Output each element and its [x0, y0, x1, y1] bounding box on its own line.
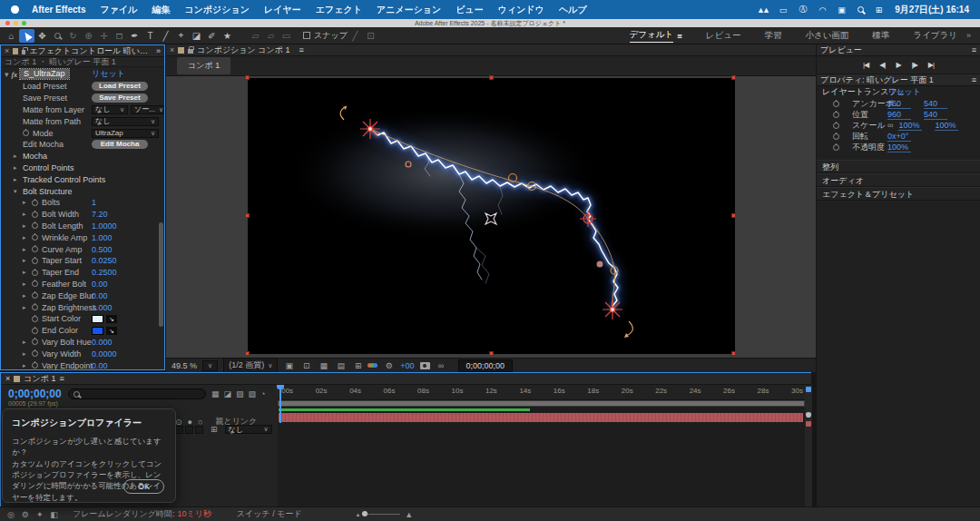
spotlight-search-icon[interactable]: [858, 6, 864, 13]
frame-blending-icon[interactable]: ▧: [249, 389, 257, 398]
transport-button[interactable]: |◀: [863, 61, 868, 69]
fast-previews-gear-icon[interactable]: ⚙: [383, 361, 395, 370]
twirl-icon[interactable]: ▸: [23, 199, 32, 206]
twirl-icon[interactable]: ▸: [14, 152, 23, 160]
menu-item[interactable]: ウィンドウ: [498, 4, 544, 16]
color-swatch[interactable]: [92, 327, 103, 335]
workspace-overflow-icon[interactable]: »: [966, 31, 971, 40]
twirl-icon[interactable]: ▸: [23, 280, 32, 288]
display-icon[interactable]: ▭: [779, 5, 788, 15]
stopwatch-icon[interactable]: [833, 123, 839, 129]
menu-bar-clock[interactable]: 9月27日(土) 16:14: [895, 4, 969, 16]
property-value[interactable]: 7.20: [92, 210, 108, 219]
input-source-icon[interactable]: Ⓐ: [799, 4, 807, 15]
property-value[interactable]: 0.0250: [92, 256, 117, 265]
app-menu[interactable]: After Effects: [32, 5, 85, 15]
transport-button[interactable]: ▶: [896, 61, 900, 69]
panel-overflow-icon[interactable]: »: [156, 46, 161, 55]
property-value[interactable]: 1: [92, 198, 96, 207]
stopwatch-icon[interactable]: [32, 304, 38, 310]
property-value[interactable]: 0.2500: [92, 268, 117, 277]
property-value[interactable]: 960: [887, 99, 911, 109]
layer-marker[interactable]: [806, 421, 811, 427]
navigator-marker[interactable]: [806, 387, 811, 392]
renderer-icon[interactable]: ⚙: [22, 510, 29, 519]
effect-name[interactable]: S_UltraZap: [20, 69, 69, 79]
tool-button[interactable]: ✐: [204, 29, 220, 43]
property-dropdown-secondary[interactable]: ソー...∨: [131, 105, 165, 114]
section-header[interactable]: 整列: [817, 160, 980, 173]
stopwatch-icon[interactable]: [32, 211, 38, 218]
panel-menu-icon[interactable]: ≡: [299, 45, 303, 54]
property-button[interactable]: Save Preset: [92, 93, 148, 103]
snap-checkbox[interactable]: [303, 32, 310, 39]
stopwatch-icon[interactable]: [833, 101, 839, 107]
timeline-ruler-area[interactable]: :00s02s04s06s08s10s12s14s16s18s20s22s24s…: [278, 385, 805, 507]
screen-mirroring-icon[interactable]: ▣: [838, 5, 846, 15]
stopwatch-icon[interactable]: [833, 133, 839, 140]
zoom-in-icon[interactable]: ▲: [405, 510, 413, 519]
stopwatch-icon[interactable]: [32, 222, 38, 229]
tool-button[interactable]: ⌖: [173, 29, 189, 43]
align-icon[interactable]: ▱: [263, 29, 279, 43]
tool-button[interactable]: ✒: [127, 29, 142, 43]
workspace-tab[interactable]: ライブラリ: [913, 30, 957, 42]
menu-item[interactable]: レイヤー: [264, 4, 301, 16]
zoom-slider-track[interactable]: [364, 514, 400, 515]
workspace-tab[interactable]: 学習: [764, 30, 781, 42]
twirl-icon[interactable]: ▸: [23, 269, 32, 276]
transparency-grid-icon[interactable]: ▦: [318, 361, 329, 370]
property-button[interactable]: Load Preset: [92, 82, 148, 91]
selection-handle[interactable]: [731, 213, 736, 218]
exposure-value[interactable]: +00: [400, 361, 414, 370]
panel-menu-icon[interactable]: ≡: [972, 75, 976, 84]
selection-handle[interactable]: [489, 75, 494, 80]
stopwatch-icon[interactable]: [32, 258, 38, 264]
shield-marker-icon[interactable]: [806, 412, 811, 418]
wifi-icon[interactable]: ◠: [818, 5, 826, 15]
twirl-icon[interactable]: ▸: [23, 362, 32, 369]
twirl-icon[interactable]: ▸: [23, 350, 32, 358]
composition-viewer[interactable]: [166, 76, 816, 358]
pickwhip-icon[interactable]: ⊞: [211, 425, 218, 434]
tool-button[interactable]: ⌂: [4, 29, 19, 43]
twirl-icon[interactable]: ▸: [23, 339, 32, 346]
tool-button[interactable]: T: [142, 29, 158, 43]
region-of-interest-icon[interactable]: ⊡: [300, 361, 312, 370]
stopwatch-icon[interactable]: [32, 200, 38, 206]
twirl-icon[interactable]: ▸: [23, 257, 32, 264]
stopwatch-icon[interactable]: [32, 234, 38, 241]
property-value[interactable]: 1.000: [92, 303, 113, 312]
menu-item[interactable]: ファイル: [100, 4, 137, 16]
tool-button[interactable]: ↻: [65, 29, 81, 43]
eyedropper-icon[interactable]: ↘: [106, 315, 117, 323]
panel-menu-icon[interactable]: ≡: [972, 45, 976, 54]
stopwatch-icon[interactable]: [32, 270, 38, 276]
preview-panel-title[interactable]: プレビュー: [820, 44, 862, 56]
tool-button[interactable]: [50, 29, 65, 43]
property-value[interactable]: 540: [924, 110, 947, 120]
color-swatch[interactable]: [92, 315, 103, 323]
twirl-open-icon[interactable]: ▾: [5, 70, 9, 79]
timeline-scrollbar[interactable]: [805, 385, 812, 507]
tool-button[interactable]: ★: [220, 29, 235, 43]
mountains-icon[interactable]: ▲▲: [757, 5, 768, 15]
twirl-icon[interactable]: ▸: [23, 246, 32, 253]
tool-button[interactable]: ◪: [189, 29, 204, 43]
selection-handle[interactable]: [245, 75, 250, 80]
magnification-value[interactable]: 49.5 %: [172, 361, 197, 370]
menu-item[interactable]: 編集: [152, 4, 170, 16]
current-time-indicator[interactable]: [279, 385, 281, 423]
twirl-icon[interactable]: ▸: [23, 234, 32, 241]
align-icon[interactable]: ▭: [279, 29, 294, 43]
effect-controls-title[interactable]: エフェクトコントロール 暗いグレー 平面 1: [29, 45, 152, 57]
property-value[interactable]: 0.000: [92, 338, 113, 347]
composition-panel-title[interactable]: コンポジション コンポ 1: [197, 44, 289, 56]
tool-button[interactable]: [19, 29, 34, 43]
stopwatch-icon[interactable]: [833, 144, 839, 151]
twirl-icon[interactable]: ▸: [23, 211, 32, 218]
property-value[interactable]: 540: [924, 99, 947, 109]
timeline-zoom-slider[interactable]: ▴ ▲: [357, 510, 413, 519]
composition-canvas[interactable]: [248, 78, 735, 354]
composition-viewer-tab[interactable]: コンポ 1: [177, 57, 230, 74]
